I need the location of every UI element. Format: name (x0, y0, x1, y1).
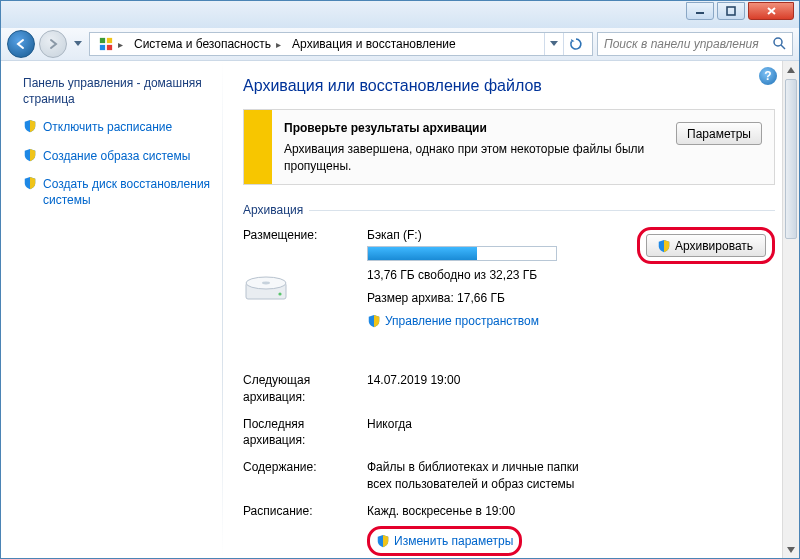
manage-space-link[interactable]: Управление пространством (367, 313, 539, 330)
shield-icon (23, 148, 37, 162)
window: ▸ Система и безопасность ▸ Архивация и в… (0, 0, 800, 559)
page-title: Архивация или восстановление файлов (243, 77, 775, 95)
breadcrumb-sep: ▸ (275, 39, 282, 50)
value-last: Никогда (367, 416, 775, 433)
search-icon (772, 36, 786, 53)
disk-usage-bar (367, 246, 557, 261)
close-button[interactable] (748, 2, 794, 20)
chevron-down-icon (74, 41, 82, 47)
content: ? Архивация или восстановление файлов Пр… (223, 61, 799, 558)
svg-rect-2 (100, 38, 105, 43)
link-label: Управление пространством (385, 313, 539, 330)
disk-image-wrap (243, 263, 367, 308)
banner-text: Архивация завершена, однако при этом нек… (284, 142, 644, 173)
chevron-down-icon (550, 41, 558, 47)
svg-point-6 (774, 38, 782, 46)
breadcrumb-label: Архивация и восстановление (292, 37, 456, 51)
change-params-wrap: Изменить параметры (367, 526, 775, 557)
group-title: Архивация (243, 203, 775, 217)
value-schedule: Кажд. воскресенье в 19:00 (367, 503, 775, 520)
nav-back-button[interactable] (7, 30, 35, 58)
breadcrumb-item-1[interactable]: Система и безопасность ▸ (129, 33, 287, 55)
svg-rect-0 (696, 12, 704, 14)
arrow-right-icon (46, 37, 60, 51)
value-next: 14.07.2019 19:00 (367, 372, 775, 389)
shield-icon (657, 239, 671, 253)
breadcrumb-sep: ▸ (117, 39, 124, 50)
scroll-down-button[interactable] (783, 541, 799, 558)
backup-now-button[interactable]: Архивировать (646, 234, 766, 257)
refresh-button[interactable] (563, 33, 588, 55)
sidebar-link-disable-schedule[interactable]: Отключить расписание (23, 119, 211, 135)
maximize-button[interactable] (717, 2, 745, 20)
breadcrumb[interactable]: ▸ Система и безопасность ▸ Архивация и в… (89, 32, 593, 56)
banner-options-button[interactable]: Параметры (676, 122, 762, 145)
link-label: Изменить параметры (394, 533, 513, 550)
label-location: Размещение: (243, 227, 367, 244)
button-label: Параметры (687, 127, 751, 141)
shield-icon (23, 119, 37, 133)
breadcrumb-label: Система и безопасность (134, 37, 271, 51)
change-params-link[interactable]: Изменить параметры (376, 533, 513, 550)
shield-icon (376, 534, 390, 548)
sidebar-link-create-image[interactable]: Создание образа системы (23, 148, 211, 164)
sidebar-home-link[interactable]: Панель управления - домашняя страница (23, 75, 211, 107)
disk-usage-fill (368, 247, 477, 260)
disk-drive-icon (243, 269, 289, 305)
highlight-ring: Изменить параметры (367, 526, 522, 557)
sidebar: Панель управления - домашняя страница От… (1, 61, 223, 558)
window-buttons (686, 2, 794, 20)
minimize-button[interactable] (686, 2, 714, 20)
control-panel-icon (99, 37, 113, 51)
row-content: Содержание: Файлы в библиотеках и личные… (243, 459, 775, 493)
banner-side: Параметры (676, 110, 774, 145)
shield-icon (367, 314, 381, 328)
svg-rect-1 (727, 7, 735, 15)
scrollbar[interactable] (782, 61, 799, 558)
scroll-up-button[interactable] (783, 61, 799, 78)
label-content: Содержание: (243, 459, 367, 476)
sidebar-item-label: Отключить расписание (43, 119, 172, 135)
svg-point-11 (278, 292, 281, 295)
breadcrumb-dropdown[interactable] (544, 33, 563, 55)
button-label: Архивировать (675, 239, 753, 253)
search-input[interactable]: Поиск в панели управления (597, 32, 793, 56)
content-inner: Архивация или восстановление файлов Пров… (223, 61, 799, 558)
row-change-params: Изменить параметры (243, 526, 775, 557)
nav-history-dropdown[interactable] (71, 34, 85, 54)
minimize-icon (695, 6, 705, 16)
highlight-ring: Архивировать (637, 227, 775, 264)
nav-forward-button[interactable] (39, 30, 67, 58)
value-location: Бэкап (F:) 13,76 ГБ свободно из 32,23 ГБ… (367, 227, 627, 333)
value-content: Файлы в библиотеках и личные папки всех … (367, 459, 597, 493)
row-schedule: Расписание: Кажд. воскресенье в 19:00 (243, 503, 775, 520)
svg-rect-5 (107, 45, 112, 50)
maximize-icon (726, 6, 736, 16)
body: Панель управления - домашняя страница От… (1, 61, 799, 558)
refresh-icon (569, 37, 583, 51)
arrow-left-icon (14, 37, 28, 51)
sidebar-link-recovery-disk[interactable]: Создать диск восстановления системы (23, 176, 211, 208)
backup-button-wrap: Архивировать (637, 227, 775, 264)
titlebar (1, 1, 799, 28)
svg-line-7 (781, 45, 785, 49)
scroll-track[interactable] (783, 240, 799, 541)
divider (309, 210, 775, 211)
row-last-backup: Последняя архивация: Никогда (243, 416, 775, 450)
scroll-thumb[interactable] (785, 79, 797, 239)
banner-body: Проверьте результаты архивации Архивация… (272, 110, 676, 184)
results-banner: Проверьте результаты архивации Архивация… (243, 109, 775, 185)
shield-icon (23, 176, 37, 190)
sidebar-item-label: Создание образа системы (43, 148, 190, 164)
label-schedule: Расписание: (243, 503, 367, 520)
help-button[interactable]: ? (759, 67, 777, 85)
breadcrumb-item-2[interactable]: Архивация и восстановление (287, 33, 461, 55)
search-placeholder: Поиск в панели управления (604, 37, 759, 51)
close-icon (766, 6, 777, 16)
free-space: 13,76 ГБ свободно из 32,23 ГБ (367, 267, 627, 284)
label-last: Последняя архивация: (243, 416, 367, 450)
breadcrumb-root[interactable]: ▸ (94, 33, 129, 55)
group-label: Архивация (243, 203, 303, 217)
svg-rect-4 (100, 45, 105, 50)
banner-heading: Проверьте результаты архивации (284, 120, 664, 137)
